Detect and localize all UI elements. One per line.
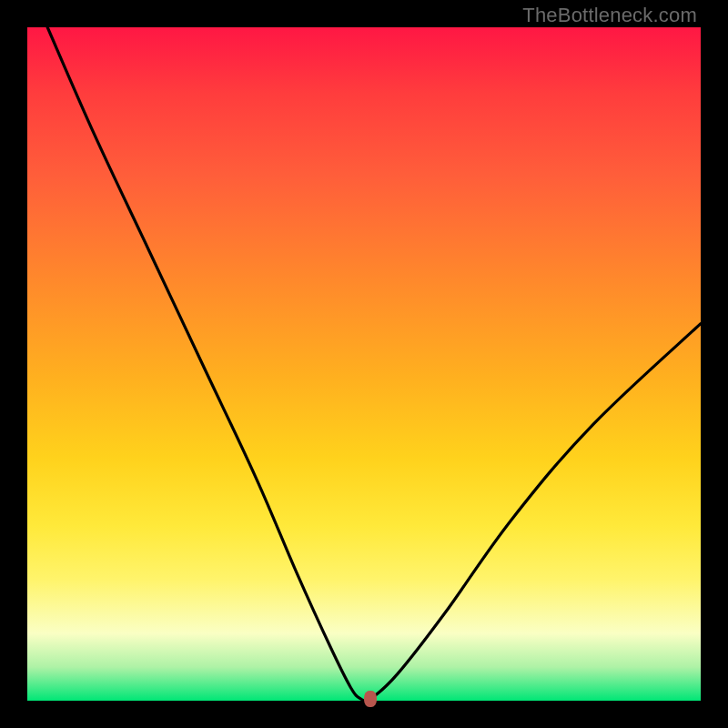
chart-frame: TheBottleneck.com [0,0,728,728]
optimal-point-marker [364,691,377,707]
bottleneck-curve [27,27,701,701]
plot-area [27,27,701,701]
watermark-text: TheBottleneck.com [522,4,697,27]
